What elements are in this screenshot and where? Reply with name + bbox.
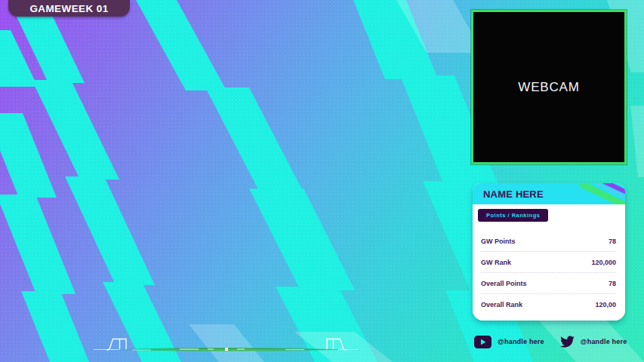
stat-value: 120,000 bbox=[591, 259, 616, 266]
webcam-label: WEBCAM bbox=[518, 80, 579, 95]
panel-header: NAME HERE bbox=[473, 183, 625, 204]
stat-value: 78 bbox=[609, 238, 616, 245]
stat-value: 78 bbox=[609, 280, 616, 287]
stats-list: GW Points 78 GW Rank 120,000 Overall Poi… bbox=[481, 231, 616, 314]
panel-title: NAME HERE bbox=[473, 189, 544, 200]
social-handle-text: @handle here bbox=[581, 338, 627, 345]
corner-swirl-decoration bbox=[578, 183, 625, 204]
stat-row-gw-points: GW Points 78 bbox=[481, 231, 616, 252]
stat-label: GW Points bbox=[481, 238, 516, 245]
points-rankings-panel: NAME HERE Points / Rankings GW Points 78… bbox=[473, 183, 625, 321]
twitter-handle: @handle here bbox=[560, 336, 627, 348]
tab-points-rankings[interactable]: Points / Rankings bbox=[478, 209, 548, 222]
panel-body: Points / Rankings GW Points 78 GW Rank 1… bbox=[473, 204, 625, 321]
webcam-frame: WEBCAM bbox=[471, 10, 627, 164]
stat-label: Overall Rank bbox=[481, 301, 522, 308]
social-handle-text: @handle here bbox=[498, 338, 544, 345]
stat-label: GW Rank bbox=[481, 259, 511, 266]
stat-row-overall-points: Overall Points 78 bbox=[481, 273, 616, 294]
stream-overlay: GAMEWEEK 01 WEBCAM NAME HERE Points / Ra… bbox=[0, 0, 644, 362]
gameweek-badge-label: GAMEWEEK 01 bbox=[29, 3, 108, 14]
gameweek-badge: GAMEWEEK 01 bbox=[8, 0, 130, 17]
football-pitch-graphic bbox=[89, 335, 362, 354]
stat-value: 120,00 bbox=[595, 301, 616, 308]
twitter-bird-icon bbox=[560, 336, 575, 348]
youtube-play-icon bbox=[474, 336, 491, 348]
youtube-handle: @handle here bbox=[474, 336, 544, 348]
stat-row-overall-rank: Overall Rank 120,00 bbox=[481, 294, 616, 314]
stat-label: Overall Points bbox=[481, 280, 527, 287]
stat-row-gw-rank: GW Rank 120,000 bbox=[481, 252, 616, 273]
social-handles: @handle here @handle here bbox=[474, 334, 627, 349]
